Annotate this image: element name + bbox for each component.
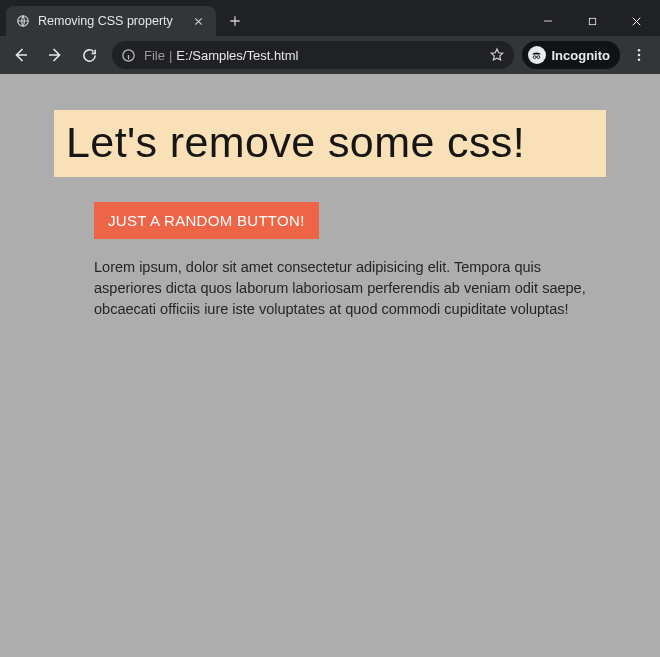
- back-button[interactable]: [6, 40, 36, 70]
- svg-point-6: [638, 54, 641, 57]
- lorem-paragraph: Lorem ipsum, dolor sit amet consectetur …: [94, 257, 600, 320]
- incognito-badge[interactable]: Incognito: [522, 41, 621, 69]
- svg-point-4: [537, 55, 540, 58]
- svg-point-3: [533, 55, 536, 58]
- page-body: JUST A RANDOM BUTTON! Lorem ipsum, dolor…: [94, 202, 600, 320]
- globe-icon: [16, 14, 30, 28]
- browser-toolbar: File | E:/Samples/Test.html Incognito: [0, 36, 660, 74]
- page-heading: Let's remove some css!: [54, 110, 606, 177]
- maximize-button[interactable]: [570, 6, 614, 36]
- random-button[interactable]: JUST A RANDOM BUTTON!: [94, 202, 319, 239]
- incognito-label: Incognito: [552, 48, 611, 63]
- tab-strip: Removing CSS property: [0, 0, 248, 36]
- forward-button[interactable]: [40, 40, 70, 70]
- site-info-icon[interactable]: [120, 47, 136, 63]
- bookmark-star-icon[interactable]: [488, 46, 506, 64]
- incognito-icon: [528, 46, 546, 64]
- kebab-menu-button[interactable]: [624, 40, 654, 70]
- page-viewport: Let's remove some css! JUST A RANDOM BUT…: [0, 74, 660, 657]
- url-separator: |: [169, 48, 172, 63]
- tab-title: Removing CSS property: [38, 14, 182, 28]
- reload-button[interactable]: [74, 40, 104, 70]
- svg-point-5: [638, 49, 641, 52]
- minimize-button[interactable]: [526, 6, 570, 36]
- new-tab-button[interactable]: [222, 8, 248, 34]
- url-path: E:/Samples/Test.html: [176, 48, 298, 63]
- window-titlebar: Removing CSS property: [0, 0, 660, 36]
- svg-rect-1: [589, 18, 595, 24]
- url-scheme: File: [144, 48, 165, 63]
- tab-close-icon[interactable]: [190, 13, 206, 29]
- svg-point-7: [638, 58, 641, 61]
- close-window-button[interactable]: [614, 6, 658, 36]
- address-bar[interactable]: File | E:/Samples/Test.html: [112, 41, 514, 69]
- window-controls: [526, 6, 660, 36]
- browser-tab[interactable]: Removing CSS property: [6, 6, 216, 36]
